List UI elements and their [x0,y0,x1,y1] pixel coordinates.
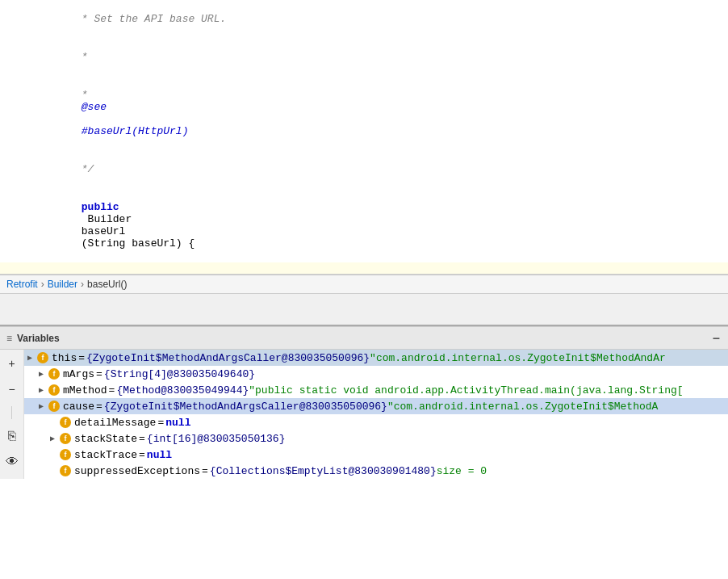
type-badge-f: f [48,401,60,412]
collapse-panel-button[interactable]: – [711,331,722,346]
add-watch-button[interactable]: + [3,355,21,372]
breadcrumb-builder[interactable]: Builder [48,279,77,290]
var-value-cause: {ZygoteInit$MethodAndArgsCaller@83003505… [104,401,387,413]
expand-arrow-mmethod[interactable]: ▶ [39,385,48,395]
var-value-suppressedexceptions: {Collections$EmptyList@830030901480} [210,465,437,477]
variable-row-cause[interactable]: ▶ f cause = {ZygoteInit$MethodAndArgsCal… [24,398,728,414]
variable-row-this[interactable]: ▶ f this = {ZygoteInit$MethodAndArgsCall… [24,350,728,366]
breadcrumb-retrofit[interactable]: Retrofit [6,279,38,290]
expand-arrow-this[interactable]: ▶ [27,353,37,363]
type-badge-f: f [60,465,71,476]
var-name-detailmessage: detailMessage [74,417,156,429]
var-value-size: size = 0 [437,465,487,477]
see-tag: @see [82,101,107,113]
var-equals: = [139,449,145,461]
code-content: * @see #baseUrl(HttpUrl) [11,77,728,149]
type-badge-f: f [37,352,48,363]
code-content: Objects.requireNonNull(baseUrl, message:… [11,263,728,275]
breadcrumb-baseurl[interactable]: baseUrl() [87,279,127,290]
code-text: (String baseUrl) { [82,237,195,250]
type-badge-f: f [60,433,71,444]
code-line: * Set the API base URL. [0,0,728,38]
expand-arrow-cause[interactable]: ▶ [39,401,48,411]
var-equals: = [96,401,103,413]
type-badge-f: f [48,368,60,380]
code-line: * [0,38,728,76]
panel-divider [0,294,728,326]
var-value-null: null [147,449,172,461]
code-line: */ [0,150,728,188]
code-content: * Set the API base URL. [11,1,728,37]
type-badge-f: f [60,417,71,428]
var-name-cause: cause [63,401,94,413]
type-badge-f: f [60,449,71,460]
variables-header: ≡ Variables – [0,327,728,350]
variables-panel: ≡ Variables – + − ⎘ 👁 ▶ f this = {Zygote… [0,326,728,577]
variable-row-suppressedexceptions[interactable]: f suppressedExceptions = {Collections$Em… [24,463,728,479]
breadcrumb-sep-1: › [41,279,44,290]
highlighted-code-line: Objects.requireNonNull(baseUrl, message:… [0,262,728,275]
var-value-null: null [165,417,190,429]
code-content: */ [11,151,728,187]
var-equals: = [78,352,85,364]
var-value-this-str: "com.android.internal.os.ZygoteInit$Meth… [370,352,666,364]
type-badge-f: f [48,384,60,396]
keyword-public: public [82,201,119,213]
var-equals: = [109,384,115,396]
var-equals: = [96,368,103,380]
variable-tree: ▶ f this = {ZygoteInit$MethodAndArgsCall… [24,350,728,479]
code-line: * @see #baseUrl(HttpUrl) [0,76,728,150]
var-equals: = [157,417,164,429]
variable-row-stackstate[interactable]: ▶ f stackState = {int[16]@830035050136} [24,430,728,447]
header-actions: – [711,331,722,346]
comment-text: * [82,51,88,63]
code-content: * [11,39,728,75]
expand-arrow-stackstate[interactable]: ▶ [50,434,60,443]
remove-watch-button[interactable]: − [3,380,21,398]
var-value-mmethod-str: "public static void android.app.Activity… [249,384,683,396]
var-name-mmethod: mMethod [63,384,107,396]
comment-text: * [82,89,94,101]
left-sidebar: + − ⎘ 👁 [0,350,24,479]
link-text: #baseUrl(HttpUrl) [82,125,189,137]
variable-row-margs[interactable]: ▶ f mArgs = {String[4]@830035049640} [24,366,728,382]
code-line: public Builder baseUrl (String baseUrl) … [0,188,728,262]
copy-button[interactable]: ⎘ [3,427,21,445]
hamburger-icon: ≡ [6,333,12,344]
variables-title-label: Variables [17,333,60,344]
comment-text: */ [82,163,94,175]
method-name: baseUrl [82,225,126,237]
var-value-stackstate: {int[16]@830035050136} [147,433,286,445]
var-name-stackstate: stackState [74,433,137,445]
var-value-this: {ZygoteInit$MethodAndArgsCaller@83003505… [86,352,370,364]
code-text: Builder [82,213,138,225]
var-value-margs: {String[4]@830035049640} [104,368,255,380]
var-value-mmethod: {Method@830035049944} [116,384,249,396]
watch-icon-button[interactable]: 👁 [3,453,21,471]
variables-title-group: ≡ Variables [6,333,60,344]
variable-row-mmethod[interactable]: ▶ f mMethod = {Method@830035049944} "pub… [24,382,728,398]
variable-row-detailmessage[interactable]: f detailMessage = null [24,414,728,430]
breadcrumb-sep-2: › [81,279,84,290]
var-name-margs: mArgs [63,368,94,380]
toolbar-separator [11,406,12,419]
var-equals: = [202,465,208,477]
var-name-suppressedexceptions: suppressedExceptions [74,465,200,477]
comment-text [82,113,88,125]
code-editor: * Set the API base URL. * * @see #baseUr… [0,0,728,275]
var-name-this: this [52,352,77,364]
breadcrumb: Retrofit › Builder › baseUrl() [0,275,728,294]
var-value-cause-str: "com.android.internal.os.ZygoteInit$Meth… [387,401,658,413]
vars-content: + − ⎘ 👁 ▶ f this = {ZygoteInit$MethodAnd… [0,350,728,479]
var-name-stacktrace: stackTrace [74,449,137,461]
code-content: public Builder baseUrl (String baseUrl) … [11,189,728,262]
variable-row-stacktrace[interactable]: f stackTrace = null [24,447,728,463]
comment-text: * Set the API base URL. [82,13,226,25]
expand-arrow-margs[interactable]: ▶ [39,369,48,379]
var-equals: = [139,433,145,445]
